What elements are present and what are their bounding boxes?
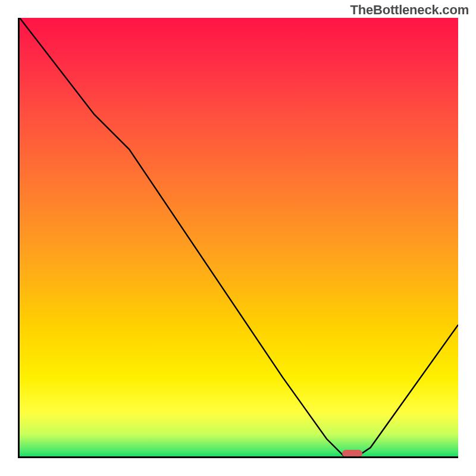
chart-container: TheBottleneck.com bbox=[0, 0, 476, 476]
curve-svg bbox=[20, 18, 458, 456]
bottleneck-curve bbox=[20, 18, 458, 456]
watermark-text: TheBottleneck.com bbox=[350, 2, 469, 18]
minimum-marker bbox=[342, 450, 362, 457]
plot-area bbox=[18, 18, 458, 458]
